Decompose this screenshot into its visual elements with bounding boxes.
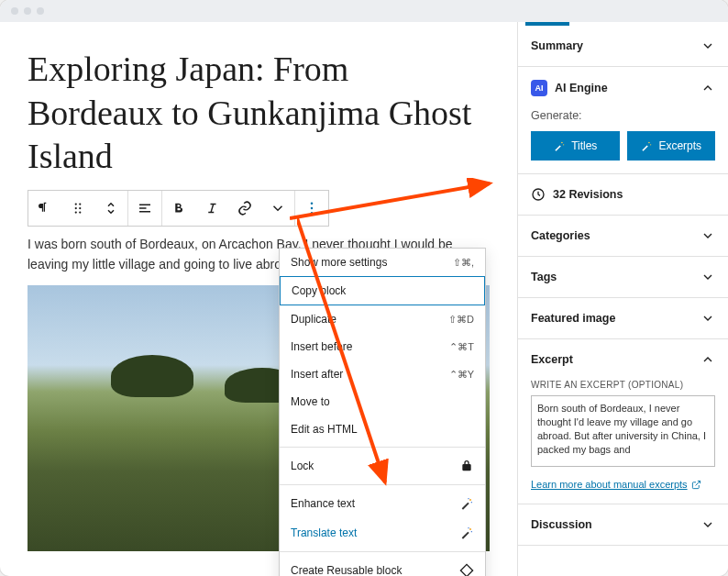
menu-edit-html[interactable]: Edit as HTML xyxy=(280,415,485,443)
panel-title: AI Engine xyxy=(555,82,608,94)
svg-point-11 xyxy=(311,211,314,214)
ai-icon: AI xyxy=(531,80,547,96)
kbd-shortcut: ⌃⌘T xyxy=(449,341,474,353)
kbd-shortcut: ⇧⌘, xyxy=(453,257,474,269)
chevron-down-icon xyxy=(700,39,715,53)
generate-excerpts-button[interactable]: Excerpts xyxy=(627,131,716,161)
align-icon[interactable] xyxy=(128,191,161,226)
menu-show-more-settings[interactable]: Show more settings⇧⌘, xyxy=(280,249,485,276)
button-label: Titles xyxy=(571,139,597,152)
excerpt-textarea[interactable] xyxy=(531,395,715,467)
panel-title: Featured image xyxy=(531,312,615,325)
excerpt-label: Write an excerpt (optional) xyxy=(531,380,715,390)
svg-point-9 xyxy=(311,202,314,205)
browser-window: Exploring Japan: From Bordeaux to Gunkan… xyxy=(0,0,728,576)
menu-label: Insert before xyxy=(291,340,352,353)
menu-duplicate[interactable]: Duplicate⇧⌘D xyxy=(280,305,485,333)
svg-point-12 xyxy=(469,499,471,501)
panel-title: Tags xyxy=(531,271,557,283)
svg-point-0 xyxy=(75,203,77,205)
menu-label: Move to xyxy=(291,395,330,408)
divider xyxy=(280,447,485,448)
panel-revisions[interactable]: 32 Revisions xyxy=(518,174,728,215)
panel-summary[interactable]: Summary xyxy=(518,26,728,66)
menu-enhance-text[interactable]: Enhance text xyxy=(280,489,485,518)
external-link-icon xyxy=(691,480,701,490)
menu-label: Edit as HTML xyxy=(291,423,358,436)
menu-label: Create Reusable block xyxy=(291,564,402,576)
svg-point-5 xyxy=(79,211,81,213)
browser-title-bar xyxy=(0,0,728,22)
menu-insert-before[interactable]: Insert before⌃⌘T xyxy=(280,333,485,360)
svg-point-1 xyxy=(79,203,81,205)
svg-point-13 xyxy=(471,502,472,503)
bold-icon[interactable] xyxy=(162,191,195,226)
svg-point-25 xyxy=(649,142,651,144)
menu-copy-block[interactable]: Copy block xyxy=(280,276,485,305)
menu-translate-text[interactable]: Translate text xyxy=(280,518,485,548)
svg-point-14 xyxy=(468,498,469,499)
menu-insert-after[interactable]: Insert after⌃⌘Y xyxy=(280,360,485,388)
panel-tags[interactable]: Tags xyxy=(518,257,728,297)
svg-point-17 xyxy=(468,527,469,528)
drag-handle-icon[interactable] xyxy=(61,191,94,226)
excerpt-help-link[interactable]: Learn more about manual excerpts xyxy=(531,479,701,490)
menu-label: Copy block xyxy=(292,284,346,297)
svg-point-4 xyxy=(75,211,77,213)
menu-move-to[interactable]: Move to xyxy=(280,388,485,415)
divider xyxy=(280,484,485,485)
menu-label: Duplicate xyxy=(291,313,336,326)
post-title[interactable]: Exploring Japan: From Bordeaux to Gunkan… xyxy=(28,48,490,179)
menu-create-reusable[interactable]: Create Reusable block xyxy=(280,556,485,576)
svg-point-10 xyxy=(311,206,314,209)
panel-title: Discussion xyxy=(531,518,592,531)
svg-point-23 xyxy=(561,142,563,144)
chevron-down-icon[interactable] xyxy=(261,191,294,226)
window-dot xyxy=(24,7,31,15)
panel-title: Summary xyxy=(531,39,583,52)
svg-point-16 xyxy=(471,531,472,532)
kbd-shortcut: ⌃⌘Y xyxy=(449,369,474,381)
more-options-icon[interactable] xyxy=(295,191,328,226)
chevron-up-icon xyxy=(700,81,715,95)
block-toolbar xyxy=(28,190,329,227)
svg-point-24 xyxy=(563,144,564,145)
settings-sidebar: Summary AIAI Engine Generate: Titles Exc… xyxy=(517,22,728,576)
button-label: Excerpts xyxy=(658,139,701,152)
menu-label: Insert after xyxy=(291,368,343,381)
svg-rect-18 xyxy=(460,564,472,576)
panel-featured-image[interactable]: Featured image xyxy=(518,298,728,338)
svg-point-2 xyxy=(75,206,77,208)
svg-point-15 xyxy=(469,528,471,530)
menu-lock[interactable]: Lock xyxy=(280,451,485,481)
wand-icon xyxy=(459,526,474,540)
block-options-menu: Show more settings⇧⌘, Copy block Duplica… xyxy=(279,248,486,576)
app-layout: Exploring Japan: From Bordeaux to Gunkan… xyxy=(0,22,728,576)
move-updown-icon[interactable] xyxy=(94,191,127,226)
history-icon xyxy=(531,187,546,202)
active-tab-indicator xyxy=(525,22,569,26)
chevron-down-icon xyxy=(700,311,715,326)
menu-label: Lock xyxy=(291,460,314,472)
italic-icon[interactable] xyxy=(195,191,228,226)
wand-icon xyxy=(640,139,653,152)
link-icon[interactable] xyxy=(228,191,261,226)
menu-label: Show more settings xyxy=(291,256,387,269)
wand-icon xyxy=(459,496,474,511)
panel-title: Excerpt xyxy=(531,353,573,366)
panel-title: 32 Revisions xyxy=(553,188,623,201)
generate-titles-button[interactable]: Titles xyxy=(531,131,620,161)
chevron-down-icon xyxy=(700,517,715,532)
panel-ai-engine[interactable]: AIAI Engine xyxy=(518,67,728,109)
reusable-icon xyxy=(459,563,474,576)
window-dot xyxy=(11,7,18,15)
lock-icon xyxy=(459,459,474,473)
panel-discussion[interactable]: Discussion xyxy=(518,504,728,545)
link-label: Learn more about manual excerpts xyxy=(531,479,688,490)
svg-point-3 xyxy=(79,206,81,208)
menu-label: Translate text xyxy=(291,526,357,539)
panel-categories[interactable]: Categories xyxy=(518,216,728,256)
panel-excerpt[interactable]: Excerpt xyxy=(518,339,728,380)
panel-title: Categories xyxy=(531,229,590,242)
paragraph-icon[interactable] xyxy=(28,191,61,226)
